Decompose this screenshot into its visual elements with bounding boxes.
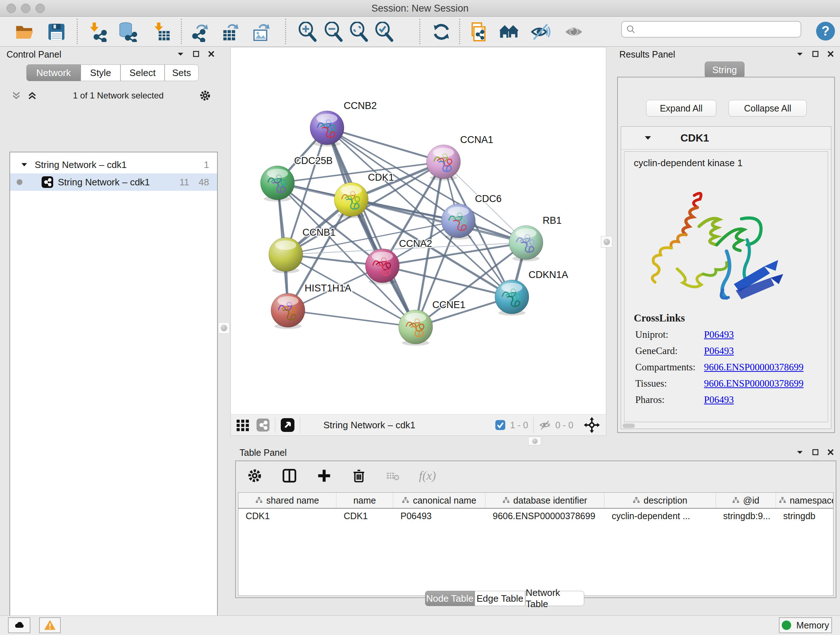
- import-table-from-file-icon[interactable]: [152, 22, 172, 42]
- tab-node-table[interactable]: Node Table: [425, 591, 475, 606]
- expand-all-button[interactable]: Expand All: [646, 100, 716, 117]
- table-cell[interactable]: P06493: [393, 511, 485, 521]
- selected-checkbox-icon[interactable]: [495, 420, 506, 431]
- table-cell[interactable]: 9606.ENSP00000378699: [485, 511, 605, 521]
- column-header-database-identifier[interactable]: database identifier: [485, 493, 605, 508]
- cloud-button[interactable]: [8, 617, 30, 633]
- export-table-icon[interactable]: [220, 22, 240, 42]
- network-collection-row[interactable]: String Network – cdk1 1: [10, 156, 217, 173]
- toolbar-separator: [77, 19, 78, 44]
- crosslink-link[interactable]: P06493: [704, 329, 734, 340]
- crosslink-link[interactable]: P06493: [704, 345, 734, 356]
- network-node-CDK1[interactable]: [334, 182, 368, 218]
- table-options-gear-icon[interactable]: [247, 468, 263, 484]
- network-edge-CCNB2-CCNA1[interactable]: [327, 128, 444, 162]
- tab-network-table[interactable]: Network Table: [525, 591, 584, 606]
- maximize-panel-icon[interactable]: [812, 448, 819, 456]
- tab-select[interactable]: Select: [120, 65, 164, 81]
- float-panel-icon[interactable]: [177, 50, 185, 58]
- network-badge-gray-icon[interactable]: [256, 418, 270, 432]
- apply-layout-refresh-icon[interactable]: [431, 22, 452, 42]
- close-panel-icon[interactable]: [208, 50, 215, 57]
- table-cell[interactable]: stringdb:9...: [716, 511, 776, 521]
- eye-icon[interactable]: [564, 22, 584, 42]
- network-node-RB1[interactable]: [509, 226, 543, 261]
- network-node-CDC6[interactable]: [441, 204, 475, 240]
- function-builder-icon[interactable]: f(x): [419, 469, 436, 483]
- memory-button[interactable]: Memory: [779, 617, 832, 633]
- column-header--id[interactable]: @id: [716, 493, 776, 508]
- crosslink-link[interactable]: P06493: [704, 394, 734, 405]
- network-node-CCNA1[interactable]: [426, 145, 461, 181]
- vertical-splitter-handle[interactable]: [218, 322, 230, 334]
- open-session-icon[interactable]: [14, 22, 35, 42]
- export-image-icon[interactable]: [251, 22, 271, 42]
- table-cell[interactable]: cyclin-dependent ...: [605, 511, 716, 521]
- network-edge-CCNB2-CCNE1[interactable]: [327, 128, 416, 327]
- zoom-selected-icon[interactable]: [374, 22, 394, 42]
- open-in-window-icon[interactable]: [280, 418, 295, 432]
- network-node-CDKN1A[interactable]: [495, 280, 529, 316]
- help-button[interactable]: ?: [816, 22, 835, 41]
- disclosure-triangle-icon[interactable]: [20, 161, 28, 169]
- hidden-eye-icon[interactable]: [538, 419, 551, 431]
- network-node-HIST1H1A[interactable]: [271, 293, 305, 329]
- collapse-all-button[interactable]: Collapse All: [729, 100, 807, 117]
- close-panel-icon[interactable]: [827, 448, 834, 456]
- zoom-in-icon[interactable]: [297, 22, 317, 42]
- delete-column-icon[interactable]: [351, 468, 367, 484]
- table-cell[interactable]: stringdb: [776, 511, 834, 521]
- protein-details: cyclin-dependent kinase 1: [624, 151, 828, 422]
- network-row-selected[interactable]: String Network – cdk1 11 48: [10, 173, 217, 191]
- zoom-out-icon[interactable]: [324, 22, 344, 42]
- protein-section-header[interactable]: CDK1: [621, 127, 831, 149]
- import-network-from-file-icon[interactable]: [88, 22, 108, 42]
- results-hscroll-thumb[interactable]: [622, 424, 635, 428]
- warning-button[interactable]: [39, 617, 61, 633]
- hide-graphics-icon[interactable]: [531, 22, 551, 42]
- add-column-icon[interactable]: [316, 468, 332, 484]
- crosslink-link[interactable]: 9606.ENSP00000378699: [704, 378, 804, 389]
- tab-edge-table[interactable]: Edge Table: [475, 591, 525, 606]
- float-panel-icon[interactable]: [796, 448, 804, 456]
- crosslink-link[interactable]: 9606.ENSP00000378699: [704, 362, 804, 373]
- table-cell[interactable]: CDK1: [336, 511, 393, 521]
- collapse-all-icon[interactable]: [11, 90, 22, 101]
- network-edge-HIST1H1A-CCNE1[interactable]: [288, 310, 416, 327]
- delete-table-icon[interactable]: [386, 469, 400, 483]
- zoom-fit-icon[interactable]: [349, 22, 369, 42]
- tab-style[interactable]: Style: [81, 65, 120, 81]
- close-panel-icon[interactable]: [827, 50, 834, 57]
- grid-view-icon[interactable]: [236, 418, 249, 432]
- column-header-description[interactable]: description: [605, 493, 716, 508]
- maximize-panel-icon[interactable]: [812, 50, 819, 57]
- network-view-canvas[interactable]: CCNB2CCNA1CDC25BCDK1CDC6RB1CCNB1CCNA2CDK…: [231, 47, 606, 415]
- right-splitter-handle[interactable]: [601, 236, 613, 248]
- tab-string[interactable]: String: [705, 62, 745, 78]
- import-network-from-database-icon[interactable]: [117, 22, 137, 42]
- disclosure-triangle-icon[interactable]: [644, 134, 652, 142]
- gear-icon[interactable]: [199, 89, 211, 102]
- horizontal-splitter-handle[interactable]: [528, 437, 541, 445]
- houses-icon[interactable]: [499, 22, 519, 42]
- tab-sets[interactable]: Sets: [164, 65, 199, 81]
- column-header-shared-name[interactable]: shared name: [238, 493, 336, 508]
- network-node-CCNE1[interactable]: [399, 310, 433, 346]
- column-header-name[interactable]: name: [336, 493, 393, 508]
- float-panel-icon[interactable]: [796, 50, 804, 58]
- search-input[interactable]: [636, 24, 789, 35]
- table-cell[interactable]: CDK1: [238, 511, 336, 521]
- column-header-canonical-name[interactable]: canonical name: [393, 493, 485, 508]
- copy-network-icon[interactable]: [469, 22, 489, 42]
- search-field[interactable]: [621, 21, 801, 38]
- column-header-namespace[interactable]: namespace: [776, 493, 834, 508]
- tab-network[interactable]: Network: [27, 65, 81, 81]
- expand-all-icon[interactable]: [27, 90, 38, 101]
- network-node-CCNB1[interactable]: [269, 238, 303, 273]
- maximize-panel-icon[interactable]: [193, 50, 200, 57]
- birdseye-crosshair-icon[interactable]: [584, 417, 600, 433]
- export-network-icon[interactable]: [189, 22, 210, 42]
- save-session-icon[interactable]: [46, 22, 66, 42]
- show-columns-icon[interactable]: [281, 468, 297, 484]
- table-row[interactable]: CDK1CDK1P064939606.ENSP00000378699cyclin…: [238, 509, 833, 523]
